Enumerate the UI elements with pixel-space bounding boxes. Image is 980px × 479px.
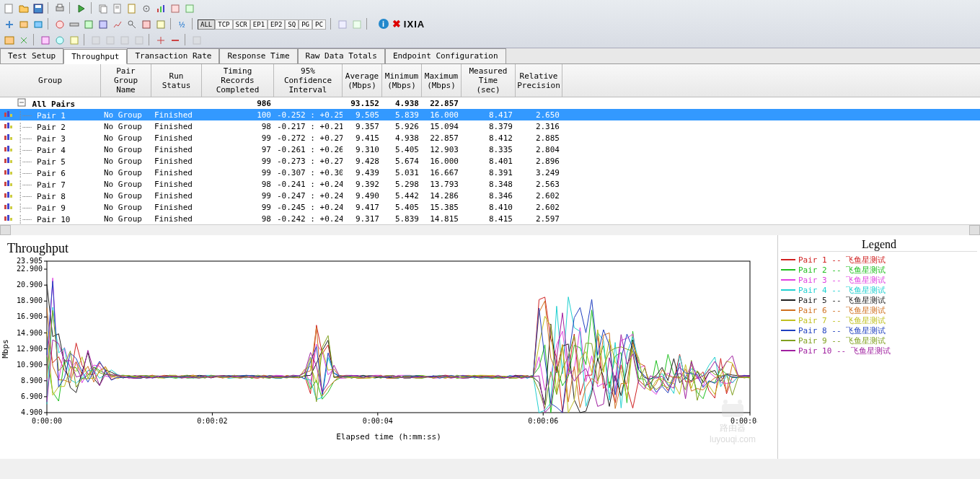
t3-icon-7[interactable] xyxy=(104,34,115,45)
t3-icon-6[interactable] xyxy=(89,34,101,45)
legend-item[interactable]: Pair 6 -- 飞鱼星测试 xyxy=(781,305,977,315)
t2-icon-6[interactable] xyxy=(82,18,94,30)
x-axis-label: Elapsed time (h:mm:ss) xyxy=(7,432,770,441)
col-header[interactable]: Pair Group Name xyxy=(101,64,151,97)
t3-icon-5[interactable] xyxy=(68,34,79,45)
legend-item[interactable]: Pair 9 -- 飞鱼星测试 xyxy=(781,335,977,346)
svg-line-25 xyxy=(132,25,136,28)
tab-response-time[interactable]: Response Time xyxy=(219,48,297,63)
table-row[interactable]: ┊┈┈ Pair 4No GroupFinished97-0.261 : +0.… xyxy=(0,144,980,155)
tab-raw-data-totals[interactable]: Raw Data Totals xyxy=(298,48,385,63)
table-row[interactable]: ┊┈┈ Pair 7No GroupFinished98-0.241 : +0.… xyxy=(0,178,980,190)
scroll-track[interactable] xyxy=(11,225,969,235)
t2-icon-12[interactable]: ½ xyxy=(176,18,187,30)
col-header[interactable]: Relative Precision xyxy=(516,64,562,97)
t3-icon-8[interactable] xyxy=(118,34,130,45)
t2-icon-9[interactable] xyxy=(125,18,137,30)
filter-button-ep1[interactable]: EP1 xyxy=(250,19,268,30)
table-row[interactable]: ┊┈┈ Pair 3No GroupFinished99-0.272 : +0.… xyxy=(0,132,980,144)
table-row[interactable]: ┊┈┈ Pair 8No GroupFinished99-0.247 : +0.… xyxy=(0,190,980,201)
t2-icon-7[interactable] xyxy=(97,18,108,30)
svg-text:6.900: 6.900 xyxy=(21,392,43,400)
legend-item[interactable]: Pair 3 -- 飞鱼星测试 xyxy=(781,275,977,285)
summary-row[interactable]: All Pairs98693.1524.93822.857 xyxy=(0,97,980,109)
filter-button-scr[interactable]: SCR xyxy=(233,19,250,30)
chart-icon[interactable] xyxy=(154,2,166,14)
t2-icon-2[interactable] xyxy=(17,18,29,30)
legend-item[interactable]: Pair 10 -- 飞鱼星测试 xyxy=(781,346,977,356)
svg-rect-75 xyxy=(47,261,750,413)
svg-point-20 xyxy=(56,21,63,28)
t3-icon-2[interactable] xyxy=(17,34,29,45)
t2-icon-1[interactable] xyxy=(3,18,14,30)
svg-rect-56 xyxy=(10,149,12,151)
tab-throughput[interactable]: Throughput xyxy=(63,49,127,64)
toolbar-sep xyxy=(91,2,92,14)
col-header[interactable]: Average (Mbps) xyxy=(343,64,382,97)
svg-text:i: i xyxy=(382,19,384,28)
t3-icon-11[interactable] xyxy=(169,34,180,45)
horizontal-scrollbar[interactable] xyxy=(0,224,980,235)
filter-button-pg[interactable]: PG xyxy=(299,19,312,30)
t3-icon-12[interactable] xyxy=(190,34,202,45)
t3-icon-9[interactable] xyxy=(133,34,144,45)
new-icon[interactable] xyxy=(3,2,14,14)
col-header[interactable]: 95% Confidence Interval xyxy=(274,64,343,97)
table-row[interactable]: ┊┈┈ Pair 10No GroupFinished98-0.242 : +0… xyxy=(0,213,980,224)
col-header[interactable]: Group xyxy=(0,64,101,97)
filter-button-pc[interactable]: PC xyxy=(312,19,326,30)
filter-button-sq[interactable]: SQ xyxy=(285,19,299,30)
print-icon[interactable] xyxy=(53,2,65,14)
t3-icon-1[interactable] xyxy=(3,34,14,45)
legend-item[interactable]: Pair 2 -- 飞鱼星测试 xyxy=(781,265,977,275)
col-header[interactable]: Run Status xyxy=(151,64,202,97)
col-header[interactable]: Timing Records Completed xyxy=(202,64,274,97)
run-icon[interactable] xyxy=(75,2,87,14)
filter-button-all[interactable]: ALL xyxy=(198,19,215,30)
svg-text:0:00:02: 0:00:02 xyxy=(197,417,227,425)
legend-item[interactable]: Pair 4 -- 飞鱼星测试 xyxy=(781,285,977,295)
scroll-left-arrow[interactable] xyxy=(0,225,11,235)
t2-icon-11[interactable] xyxy=(154,18,166,30)
table-row[interactable]: ┊┈┈ Pair 6No GroupFinished99-0.307 : +0.… xyxy=(0,167,980,178)
t2-icon-3[interactable] xyxy=(32,18,43,30)
save-icon[interactable] xyxy=(32,2,43,14)
scroll-right-arrow[interactable] xyxy=(969,225,980,235)
legend-item[interactable]: Pair 7 -- 飞鱼星测试 xyxy=(781,315,977,325)
legend-item[interactable]: Pair 8 -- 飞鱼星测试 xyxy=(781,325,977,335)
config-icon[interactable] xyxy=(140,2,151,14)
doc2-icon[interactable] xyxy=(125,2,137,14)
filter-button-ep2[interactable]: EP2 xyxy=(268,19,285,30)
t2-icon-end2[interactable] xyxy=(350,18,362,30)
t2-icon-5[interactable] xyxy=(68,18,79,30)
col-header[interactable]: Maximum (Mbps) xyxy=(422,64,462,97)
chart-canvas[interactable]: 4.9006.9008.90010.90012.90014.90016.9001… xyxy=(7,258,757,431)
doc-icon[interactable] xyxy=(111,2,123,14)
col-header[interactable]: Measured Time (sec) xyxy=(462,64,516,97)
svg-rect-68 xyxy=(10,195,12,198)
table-row[interactable]: ┊┈┈ Pair 5No GroupFinished99-0.273 : +0.… xyxy=(0,155,980,167)
col-header[interactable]: Minimum (Mbps) xyxy=(382,64,422,97)
t2-icon-end1[interactable] xyxy=(336,18,348,30)
tab-test-setup[interactable]: Test Setup xyxy=(0,48,63,63)
t2-icon-10[interactable] xyxy=(140,18,151,30)
t3-icon-10[interactable] xyxy=(154,34,166,45)
open-icon[interactable] xyxy=(17,2,29,14)
svg-rect-50 xyxy=(10,126,12,128)
misc1-icon[interactable] xyxy=(169,2,180,14)
t2-icon-8[interactable] xyxy=(111,18,123,30)
tab-endpoint-configuration[interactable]: Endpoint Configuration xyxy=(385,48,506,63)
t2-icon-4[interactable] xyxy=(53,18,65,30)
table-row[interactable]: ┊┈┈ Pair 1No GroupFinished100-0.252 : +0… xyxy=(0,109,980,120)
tab-transaction-rate[interactable]: Transaction Rate xyxy=(127,48,219,63)
t3-icon-4[interactable] xyxy=(53,34,65,45)
misc2-icon[interactable] xyxy=(183,2,195,14)
grid-body: All Pairs98693.1524.93822.857 ┊┈┈ Pair 1… xyxy=(0,97,980,224)
table-row[interactable]: ┊┈┈ Pair 2No GroupFinished98-0.217 : +0.… xyxy=(0,120,980,132)
table-row[interactable]: ┊┈┈ Pair 9No GroupFinished99-0.245 : +0.… xyxy=(0,201,980,213)
legend-item[interactable]: Pair 1 -- 飞鱼星测试 xyxy=(781,255,977,265)
legend-item[interactable]: Pair 5 -- 飞鱼星测试 xyxy=(781,295,977,305)
copy-icon[interactable] xyxy=(97,2,108,14)
t3-icon-3[interactable] xyxy=(39,34,50,45)
filter-button-tcp[interactable]: TCP xyxy=(215,19,232,30)
